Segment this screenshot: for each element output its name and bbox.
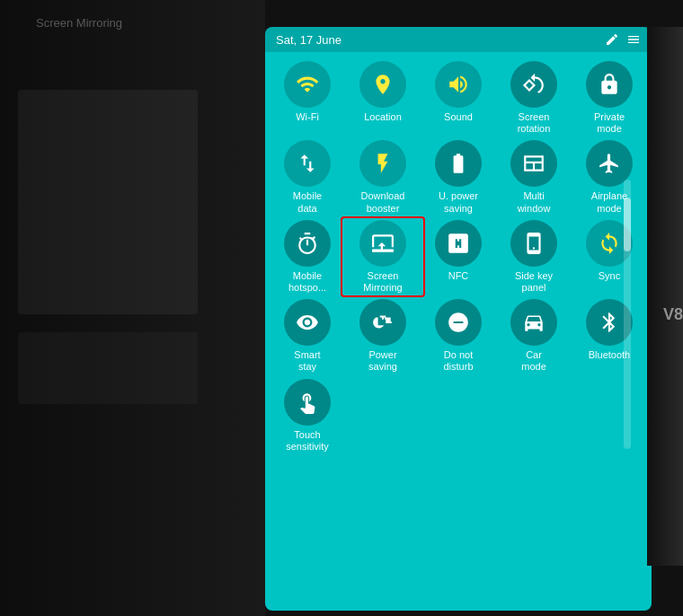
power-saving-icon [371, 311, 395, 334]
qs-nfc[interactable]: NFC [423, 220, 493, 294]
qs-mobile-hotspot[interactable]: Mobilehotspo... [272, 220, 342, 294]
qs-location-label: Location [364, 111, 402, 123]
qs-sound[interactable]: Sound [423, 61, 493, 135]
qs-airplane-mode[interactable]: Airplanemode [574, 140, 644, 214]
qs-multi-window[interactable]: Multiwindow [499, 140, 569, 214]
qs-do-not-disturb[interactable]: Do notdisturb [423, 299, 493, 373]
sound-icon [447, 73, 470, 96]
car-mode-icon [522, 311, 546, 334]
qs-side-key-panel[interactable]: Side keypanel [499, 220, 569, 294]
qs-private-mode-label: Privatemode [594, 111, 625, 135]
scroll-thumb[interactable] [624, 198, 631, 251]
scroll-bar[interactable] [624, 180, 631, 449]
qs-touch-sensitivity-label: Touchsensitivity [286, 429, 329, 453]
mobile-data-icon [296, 152, 319, 175]
location-icon [371, 73, 395, 96]
qs-side-key-panel-label: Side keypanel [515, 270, 553, 294]
qs-download-booster-label: Downloadbooster [361, 190, 405, 214]
qs-sync[interactable]: Sync [574, 220, 644, 294]
qs-touch-sensitivity[interactable]: Touchsensitivity [272, 379, 342, 453]
qs-multi-window-label: Multiwindow [518, 190, 551, 214]
u-power-saving-icon [447, 152, 470, 175]
qs-airplane-mode-label: Airplanemode [591, 190, 627, 214]
quick-settings-grid: Wi-Fi Location Sound [265, 52, 652, 462]
qs-download-booster[interactable]: Downloadbooster [348, 140, 418, 214]
private-mode-icon [598, 73, 621, 96]
qs-power-saving-label: Powersaving [368, 349, 397, 373]
qs-nfc-label: NFC [448, 270, 469, 282]
qs-u-power-saving-label: U. powersaving [439, 190, 478, 214]
mobile-hotspot-icon [296, 232, 319, 255]
bluetooth-icon [598, 311, 621, 334]
qs-smart-stay[interactable]: Smartstay [272, 299, 342, 373]
qs-screen-mirroring-label: ScreenMirroring [363, 270, 402, 294]
nfc-icon [447, 232, 470, 255]
pencil-icon[interactable] [605, 32, 619, 47]
side-key-panel-icon [522, 232, 546, 255]
qs-mobile-hotspot-label: Mobilehotspo... [288, 270, 326, 294]
qs-mobile-data[interactable]: Mobiledata [272, 140, 342, 214]
v8-label: V8 [663, 305, 683, 324]
qs-car-mode[interactable]: Carmode [499, 299, 569, 373]
qs-screen-rotation-label: Screenrotation [518, 111, 551, 135]
qs-bluetooth[interactable]: Bluetooth [574, 299, 644, 373]
screen-mirroring-bg-text: Screen Mirroring [36, 16, 122, 30]
multi-window-icon [522, 152, 546, 175]
touch-sensitivity-icon [296, 391, 319, 414]
date-display: Sat, 17 June [276, 33, 342, 47]
left-panel: Screen Mirroring [0, 0, 265, 616]
right-panel: V8 [647, 27, 683, 566]
screen-rotation-icon [522, 73, 546, 96]
sync-icon [598, 232, 621, 255]
qs-sync-label: Sync [599, 270, 620, 282]
qs-power-saving[interactable]: Powersaving [348, 299, 418, 373]
qs-location[interactable]: Location [348, 61, 418, 135]
qs-smart-stay-label: Smartstay [294, 349, 320, 373]
status-bar: Sat, 17 June [265, 27, 652, 52]
qs-private-mode[interactable]: Privatemode [574, 61, 644, 135]
qs-wifi[interactable]: Wi-Fi [272, 61, 342, 135]
qs-car-mode-label: Carmode [521, 349, 546, 373]
smart-stay-icon [296, 311, 319, 334]
do-not-disturb-icon [447, 311, 470, 334]
download-booster-icon [371, 152, 395, 175]
qs-sound-label: Sound [444, 111, 473, 123]
status-icons [605, 32, 641, 47]
qs-wifi-label: Wi-Fi [296, 111, 319, 123]
qs-screen-mirroring[interactable]: ScreenMirroring [348, 220, 418, 294]
wifi-icon [296, 73, 319, 96]
qs-screen-rotation[interactable]: Screenrotation [499, 61, 569, 135]
airplane-mode-icon [598, 152, 621, 175]
menu-icon[interactable] [626, 32, 641, 47]
qs-u-power-saving[interactable]: U. powersaving [423, 140, 493, 214]
qs-do-not-disturb-label: Do notdisturb [443, 349, 473, 373]
screen-mirroring-icon [371, 232, 395, 255]
qs-mobile-data-label: Mobiledata [293, 190, 322, 214]
phone-screen: Sat, 17 June Wi-Fi [265, 27, 652, 611]
